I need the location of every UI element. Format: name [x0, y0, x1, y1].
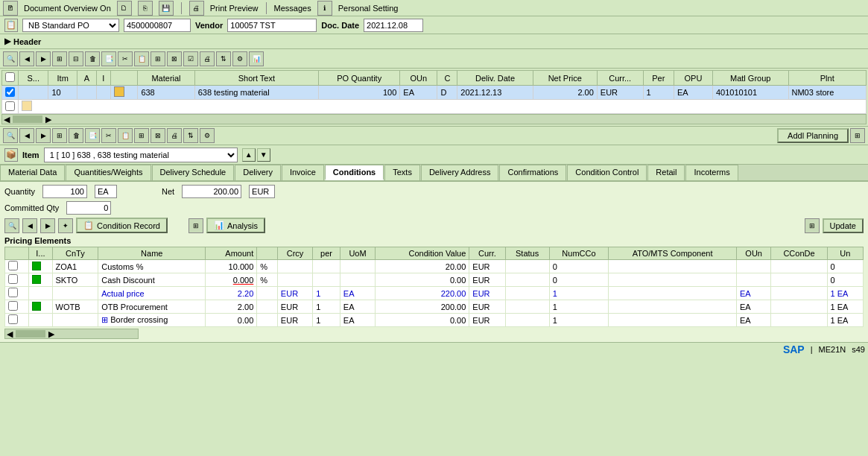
- vendor-input[interactable]: [227, 19, 317, 32]
- tab-material-data[interactable]: Material Data: [0, 165, 65, 180]
- addl-planning-button[interactable]: Addl Planning: [777, 128, 849, 143]
- cond-btn-5[interactable]: ⊞: [189, 218, 203, 233]
- po-number-input[interactable]: [124, 19, 191, 32]
- toolbar-btn-16[interactable]: 📊: [249, 51, 264, 66]
- doc-date-input[interactable]: [364, 19, 423, 32]
- tab-confirmations[interactable]: Confirmations: [499, 165, 566, 180]
- toolbar-btn-4[interactable]: ⊞: [52, 51, 67, 66]
- toolbar-btn-6[interactable]: 🗑: [85, 51, 100, 66]
- pricing-scroll-right[interactable]: ▶: [47, 329, 56, 339]
- header-expand-icon[interactable]: ▶: [4, 37, 10, 46]
- po-type-select[interactable]: NB Standard PO: [22, 19, 119, 32]
- pricing-scroll-thumb[interactable]: [16, 330, 45, 338]
- table-scrollbar[interactable]: ◀ ▶: [1, 114, 867, 124]
- empty-row-checkbox[interactable]: [5, 101, 15, 111]
- toolbar-btn-13[interactable]: 🖨: [200, 51, 215, 66]
- bt-btn-1[interactable]: 🔍: [3, 128, 18, 143]
- net-input[interactable]: [182, 185, 241, 198]
- tab-delivery[interactable]: Delivery: [235, 165, 281, 180]
- pricing-scroll-left[interactable]: ◀: [5, 329, 14, 339]
- toolbar-btn-1[interactable]: 🔍: [3, 51, 18, 66]
- toolbar-btn-5[interactable]: ⊟: [69, 51, 83, 66]
- pr5-checkbox[interactable]: [8, 314, 18, 324]
- doc-overview[interactable]: Document Overview On: [24, 4, 111, 13]
- tab-conditions[interactable]: Conditions: [325, 165, 384, 180]
- copy-icon[interactable]: ⎘: [138, 1, 153, 16]
- pr2-checkbox[interactable]: [8, 274, 18, 284]
- toolbar-btn-9[interactable]: 📋: [134, 51, 149, 66]
- bt-btn-3[interactable]: ▶: [36, 128, 51, 143]
- condition-record-button[interactable]: 📋 Condition Record: [76, 218, 168, 233]
- toolbar-btn-7[interactable]: 📑: [101, 51, 116, 66]
- bt-btn-4[interactable]: ⊞: [52, 128, 67, 143]
- pricing-row-actual[interactable]: Actual price 2.20 EUR 1 EA 220.00 EUR 1 …: [5, 287, 864, 300]
- toolbar-btn-3[interactable]: ▶: [36, 51, 51, 66]
- personal-setting[interactable]: Personal Setting: [338, 4, 399, 13]
- pricing-table-scrollbar[interactable]: ◀ ▶: [4, 329, 139, 339]
- scroll-right-btn[interactable]: ▶: [44, 115, 53, 124]
- toolbar-btn-2[interactable]: ◀: [19, 51, 34, 66]
- tab-retail[interactable]: Retail: [647, 165, 685, 180]
- bt-btn-13[interactable]: ⚙: [200, 128, 215, 143]
- tab-quantities-weights[interactable]: Quantities/Weights: [66, 165, 151, 180]
- bt-btn-10[interactable]: ⊠: [151, 128, 165, 143]
- new-icon[interactable]: 🗋: [117, 1, 132, 16]
- toolbar-btn-15[interactable]: ⚙: [232, 51, 247, 66]
- pr2-check[interactable]: [5, 273, 29, 287]
- analysis-button[interactable]: 📊 Analysis: [206, 218, 265, 233]
- extra-icon[interactable]: ⊞: [850, 128, 865, 143]
- pr4-checkbox[interactable]: [8, 301, 18, 311]
- pr3-checkbox[interactable]: [8, 288, 18, 297]
- pricing-row-5[interactable]: ⊞ Border crossing 0.00 EUR 1 EA 0.00 EUR…: [5, 314, 864, 327]
- cond-btn-2[interactable]: ◀: [22, 218, 37, 233]
- pricing-row-2[interactable]: SKTO Cash Discount 0.000 % 0.00 EUR 0 0: [5, 273, 864, 287]
- toolbar-btn-11[interactable]: ⊠: [167, 51, 182, 66]
- tab-delivery-address[interactable]: Delivery Address: [421, 165, 499, 180]
- table-row[interactable]: 10 638 638 testing material 100 EA D 202…: [2, 86, 867, 100]
- pr1-check[interactable]: [5, 260, 29, 273]
- tab-texts[interactable]: Texts: [384, 165, 420, 180]
- bt-btn-9[interactable]: ⊞: [134, 128, 149, 143]
- bt-btn-8[interactable]: 📋: [118, 128, 133, 143]
- bt-btn-5[interactable]: 🗑: [69, 128, 83, 143]
- toolbar-btn-12[interactable]: ☑: [183, 51, 198, 66]
- save-icon[interactable]: 💾: [159, 1, 174, 16]
- print-icon[interactable]: 🖨: [189, 1, 204, 16]
- info-icon[interactable]: ℹ: [317, 1, 332, 16]
- bt-btn-12[interactable]: ⇅: [183, 128, 198, 143]
- row-checkbox-cell[interactable]: [2, 86, 19, 100]
- tab-delivery-schedule[interactable]: Delivery Schedule: [152, 165, 235, 180]
- committed-qty-input[interactable]: [66, 201, 111, 215]
- row-checkbox[interactable]: [5, 87, 15, 97]
- quantity-unit-input[interactable]: [95, 185, 117, 198]
- pr3-check[interactable]: [5, 287, 29, 300]
- cond-btn-3[interactable]: ▶: [40, 218, 55, 233]
- item-select[interactable]: 1 [ 10 ] 638 , 638 testing material: [44, 148, 238, 162]
- messages[interactable]: Messages: [274, 4, 311, 13]
- pr4-check[interactable]: [5, 300, 29, 314]
- toolbar-btn-10[interactable]: ⊞: [151, 51, 165, 66]
- bt-btn-7[interactable]: ✂: [101, 128, 116, 143]
- select-all-checkbox[interactable]: [5, 72, 15, 82]
- update-button[interactable]: Update: [823, 218, 864, 233]
- tab-incoterms[interactable]: Incoterms: [685, 165, 738, 180]
- pricing-row-1[interactable]: ZOA1 Customs % 10.000 % 20.00 EUR 0 0: [5, 260, 864, 273]
- toolbar-btn-8[interactable]: ✂: [118, 51, 133, 66]
- tab-condition-control[interactable]: Condition Control: [567, 165, 647, 180]
- toolbar-btn-14[interactable]: ⇅: [216, 51, 231, 66]
- print-preview[interactable]: Print Preview: [210, 4, 259, 13]
- empty-checkbox[interactable]: [2, 100, 19, 114]
- pr1-checkbox[interactable]: [8, 261, 18, 270]
- cond-search-icon[interactable]: 🔍: [4, 218, 19, 233]
- item-next-btn[interactable]: ▼: [257, 148, 270, 162]
- cond-btn-4[interactable]: ✦: [58, 218, 73, 233]
- scroll-left-btn[interactable]: ◀: [2, 115, 11, 124]
- toolbar-icon-1[interactable]: 🖹: [3, 1, 18, 16]
- pr5-check[interactable]: [5, 314, 29, 327]
- quantity-input[interactable]: [42, 185, 87, 198]
- item-prev-btn[interactable]: ▲: [242, 148, 256, 162]
- bt-btn-6[interactable]: 📑: [85, 128, 100, 143]
- cond-btn-6[interactable]: ⊞: [805, 218, 820, 233]
- scroll-thumb[interactable]: [13, 115, 42, 123]
- bt-btn-11[interactable]: 🖨: [167, 128, 182, 143]
